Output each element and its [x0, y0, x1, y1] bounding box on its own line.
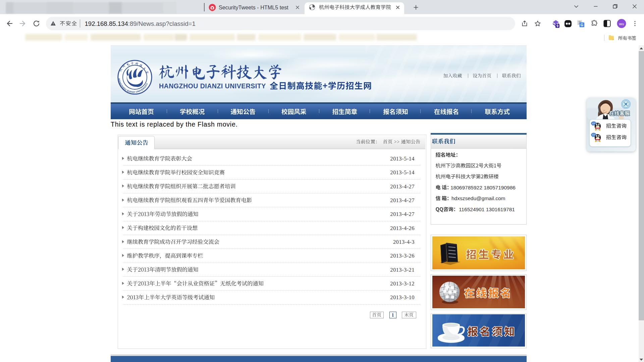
svg-text:9: 9	[556, 24, 558, 28]
svg-text:G: G	[581, 23, 583, 27]
svg-text:This text is replaced by the F: This text is replaced by the Flash movie…	[111, 121, 238, 128]
svg-text:wu: wu	[619, 22, 624, 26]
